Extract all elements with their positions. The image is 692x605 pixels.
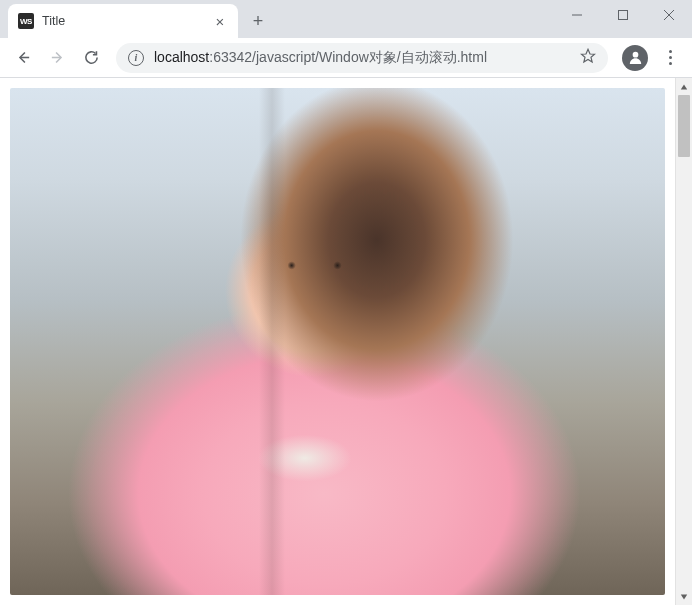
url-path: /javascript/Window对象/自动滚动.html (252, 49, 487, 65)
minimize-button[interactable] (554, 0, 600, 30)
tab-title: Title (42, 14, 204, 28)
bookmark-star-icon[interactable] (580, 48, 596, 67)
scroll-thumb[interactable] (678, 95, 690, 157)
url-port: :63342 (209, 49, 252, 65)
titlebar: WS Title × + (0, 0, 692, 38)
content-image (10, 88, 665, 595)
window-controls (554, 0, 692, 30)
page-content (0, 78, 675, 605)
forward-button[interactable] (42, 43, 72, 73)
reload-button[interactable] (76, 43, 106, 73)
address-bar[interactable]: i localhost:63342/javascript/Window对象/自动… (116, 43, 608, 73)
url-host: localhost (154, 49, 209, 65)
svg-marker-6 (581, 49, 594, 62)
viewport (0, 78, 692, 605)
new-tab-button[interactable]: + (244, 7, 272, 35)
scroll-up-button[interactable] (676, 78, 692, 95)
svg-rect-1 (619, 11, 628, 20)
svg-marker-8 (681, 84, 687, 89)
scroll-down-button[interactable] (676, 588, 692, 605)
back-button[interactable] (8, 43, 38, 73)
window-close-button[interactable] (646, 0, 692, 30)
svg-marker-9 (681, 594, 687, 599)
toolbar: i localhost:63342/javascript/Window对象/自动… (0, 38, 692, 78)
favicon: WS (18, 13, 34, 29)
vertical-scrollbar[interactable] (675, 78, 692, 605)
site-info-icon[interactable]: i (128, 50, 144, 66)
maximize-button[interactable] (600, 0, 646, 30)
svg-point-7 (632, 52, 638, 58)
url-text: localhost:63342/javascript/Window对象/自动滚动… (154, 49, 570, 67)
profile-avatar[interactable] (622, 45, 648, 71)
browser-tab[interactable]: WS Title × (8, 4, 238, 38)
tab-close-button[interactable]: × (212, 13, 228, 30)
menu-button[interactable] (656, 50, 684, 65)
